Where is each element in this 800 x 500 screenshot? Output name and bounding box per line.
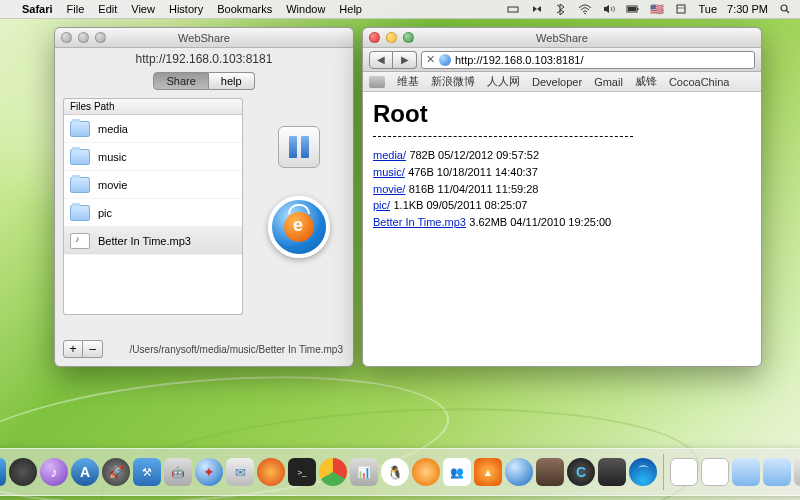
dock-vlc-icon[interactable] — [474, 458, 502, 486]
spotlight-icon[interactable] — [674, 3, 688, 15]
menu-window[interactable]: Window — [286, 3, 325, 15]
dock-app-icon[interactable] — [412, 458, 440, 486]
menu-help[interactable]: Help — [339, 3, 362, 15]
tab-bar: Share help — [55, 70, 353, 92]
dock-msn-icon[interactable] — [443, 458, 471, 486]
dock-folder-icon[interactable] — [732, 458, 760, 486]
minimize-button[interactable] — [386, 32, 397, 43]
clock-time[interactable]: 7:30 PM — [727, 3, 768, 15]
directory-entry: Better In Time.mp3 3.62MB 04/11/2010 19:… — [373, 214, 751, 231]
dock-dashboard-icon[interactable] — [9, 458, 37, 486]
pause-button[interactable] — [278, 126, 320, 168]
entry-link[interactable]: movie/ — [373, 183, 405, 195]
toggles-icon[interactable] — [530, 3, 544, 15]
dock-terminal-icon[interactable] — [288, 458, 316, 486]
safari-titlebar[interactable]: WebShare — [363, 28, 761, 48]
files-list[interactable]: media music movie pic Better In Time.mp3 — [63, 115, 243, 315]
directory-entry: media/ 782B 05/12/2012 09:57:52 — [373, 147, 751, 164]
menu-view[interactable]: View — [131, 3, 155, 15]
dock-safari-icon[interactable] — [195, 458, 223, 486]
bookmark-item[interactable]: 新浪微博 — [431, 74, 475, 89]
dock-activity-icon[interactable] — [350, 458, 378, 486]
dock-qq-icon[interactable] — [381, 458, 409, 486]
search-icon[interactable] — [778, 3, 792, 15]
dock-folder-icon[interactable] — [763, 458, 791, 486]
forward-button[interactable]: ▶ — [393, 51, 417, 69]
list-item[interactable]: pic — [64, 199, 242, 227]
bluetooth-icon[interactable] — [554, 3, 568, 15]
reload-icon[interactable]: ✕ — [426, 53, 435, 66]
tab-help[interactable]: help — [209, 72, 255, 90]
dock-itunes-icon[interactable] — [40, 458, 68, 486]
bookmark-item[interactable]: Developer — [532, 76, 582, 88]
folder-icon — [70, 121, 90, 137]
address-bar[interactable]: ✕ http://192.168.0.103:8181/ — [421, 51, 755, 69]
webshare-titlebar[interactable]: WebShare — [55, 28, 353, 48]
tab-share[interactable]: Share — [153, 72, 208, 90]
entry-link[interactable]: media/ — [373, 149, 406, 161]
remove-button[interactable]: – — [83, 340, 103, 358]
battery-icon[interactable] — [626, 3, 640, 15]
dock-xcode-icon[interactable] — [133, 458, 161, 486]
dock-firefox-icon[interactable] — [257, 458, 285, 486]
dock-appstore-icon[interactable] — [71, 458, 99, 486]
input-flag-icon[interactable]: 🇺🇸 — [650, 3, 664, 16]
list-item[interactable]: media — [64, 115, 242, 143]
volume-icon[interactable] — [602, 3, 616, 15]
close-button[interactable] — [61, 32, 72, 43]
bookmarks-bar: 维基 新浪微博 人人网 Developer Gmail 威锋 CocoaChin… — [363, 72, 761, 92]
menulet-icon[interactable] — [506, 3, 520, 15]
list-item[interactable]: Better In Time.mp3 — [64, 227, 242, 255]
directory-entry: movie/ 816B 11/04/2011 11:59:28 — [373, 181, 751, 198]
audio-file-icon — [70, 233, 90, 249]
folder-icon — [70, 177, 90, 193]
file-name: media — [98, 123, 128, 135]
dock-chrome-icon[interactable] — [319, 458, 347, 486]
dock-mail-icon[interactable] — [226, 458, 254, 486]
bookmark-item[interactable]: 维基 — [397, 74, 419, 89]
dock-app-icon[interactable] — [505, 458, 533, 486]
bookmark-item[interactable]: 人人网 — [487, 74, 520, 89]
menu-file[interactable]: File — [67, 3, 85, 15]
menu-history[interactable]: History — [169, 3, 203, 15]
bookmark-item[interactable]: CocoaChina — [669, 76, 730, 88]
app-menu[interactable]: Safari — [22, 3, 53, 15]
dock-webshare-icon[interactable] — [629, 458, 657, 486]
bookmark-item[interactable]: Gmail — [594, 76, 623, 88]
entry-link[interactable]: pic/ — [373, 199, 390, 211]
svg-rect-0 — [508, 7, 518, 12]
svg-rect-3 — [637, 8, 639, 10]
menu-edit[interactable]: Edit — [98, 3, 117, 15]
dock-app-icon[interactable] — [598, 458, 626, 486]
dock-finder-icon[interactable] — [0, 458, 6, 486]
dock-launchpad-icon[interactable] — [102, 458, 130, 486]
menu-bookmarks[interactable]: Bookmarks — [217, 3, 272, 15]
add-button[interactable]: + — [63, 340, 83, 358]
window-title: WebShare — [363, 32, 761, 44]
files-header: Files Path — [63, 98, 243, 115]
close-button[interactable] — [369, 32, 380, 43]
dock-trash-icon[interactable] — [794, 458, 800, 486]
svg-rect-4 — [628, 7, 636, 11]
bookmarks-menu-icon[interactable] — [369, 76, 385, 88]
clock-day[interactable]: Tue — [698, 3, 717, 15]
entry-link[interactable]: Better In Time.mp3 — [373, 216, 466, 228]
minimize-button[interactable] — [78, 32, 89, 43]
list-item[interactable]: movie — [64, 171, 242, 199]
list-item[interactable]: music — [64, 143, 242, 171]
safari-window: WebShare ◀ ▶ ✕ http://192.168.0.103:8181… — [362, 27, 762, 367]
back-button[interactable]: ◀ — [369, 51, 393, 69]
dock-stack-icon[interactable] — [701, 458, 729, 486]
wifi-icon[interactable] — [578, 3, 592, 15]
zoom-button[interactable] — [95, 32, 106, 43]
dock-stack-icon[interactable] — [670, 458, 698, 486]
page-content: Root media/ 782B 05/12/2012 09:57:52 mus… — [363, 92, 761, 239]
dock-app-icon[interactable] — [567, 458, 595, 486]
url-text: http://192.168.0.103:8181/ — [455, 54, 583, 66]
zoom-button[interactable] — [403, 32, 414, 43]
dock-app-icon[interactable] — [536, 458, 564, 486]
bookmark-item[interactable]: 威锋 — [635, 74, 657, 89]
webshare-window: WebShare http://192.168.0.103:8181 Share… — [54, 27, 354, 367]
entry-link[interactable]: music/ — [373, 166, 405, 178]
dock-automator-icon[interactable] — [164, 458, 192, 486]
